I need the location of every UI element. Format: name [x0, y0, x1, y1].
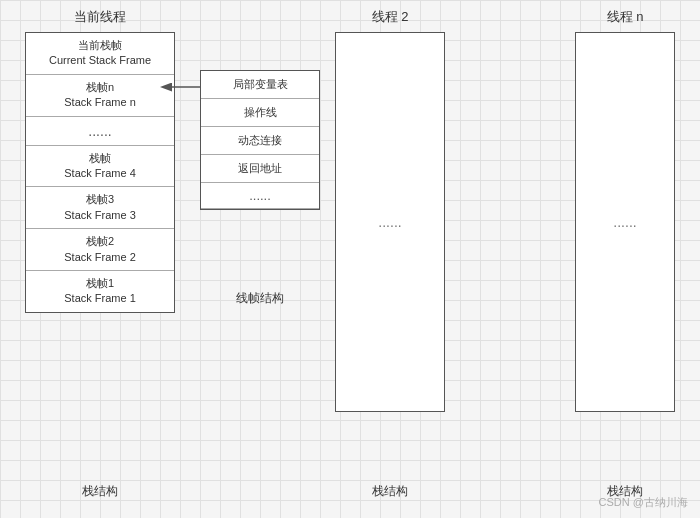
- frame-1-zh: 栈帧1: [34, 276, 166, 291]
- detail-operand: 操作线: [201, 99, 319, 127]
- frame-n: 栈帧n Stack Frame n: [26, 75, 174, 117]
- detail-dynamic-link: 动态连接: [201, 127, 319, 155]
- frame-n-zh: 栈帧n: [34, 80, 166, 95]
- thread-current-title: 当前线程: [74, 8, 126, 26]
- thread-n-dots: ......: [613, 214, 636, 230]
- thread-n-box: ......: [575, 32, 675, 412]
- thread-n-title: 线程 n: [607, 8, 644, 26]
- diagram: 当前线程 当前栈帧 Current Stack Frame 栈帧n Stack …: [0, 0, 700, 518]
- thread-2-box: ......: [335, 32, 445, 412]
- frame-current-en: Current Stack Frame: [34, 53, 166, 68]
- frame-n-en: Stack Frame n: [34, 95, 166, 110]
- thread-2-column: 线程 2 ......: [330, 0, 450, 412]
- bottom-label-2: 栈结构: [330, 483, 450, 500]
- thread-current-column: 当前线程 当前栈帧 Current Stack Frame 栈帧n Stack …: [20, 0, 180, 313]
- detail-local-vars: 局部变量表: [201, 71, 319, 99]
- frame-1: 栈帧1 Stack Frame 1: [26, 271, 174, 312]
- frame-4-zh: 栈帧: [34, 151, 166, 166]
- frame-detail-box: 局部变量表 操作线 动态连接 返回地址 ......: [200, 70, 320, 210]
- detail-return-addr: 返回地址: [201, 155, 319, 183]
- thread-2-dots: ......: [378, 214, 401, 230]
- frame-3: 栈帧3 Stack Frame 3: [26, 187, 174, 229]
- frame-2-en: Stack Frame 2: [34, 250, 166, 265]
- bottom-label-current: 栈结构: [20, 483, 180, 500]
- frame-4-en: Stack Frame 4: [34, 166, 166, 181]
- frame-2: 栈帧2 Stack Frame 2: [26, 229, 174, 271]
- watermark: CSDN @古纳川海: [599, 495, 688, 510]
- detail-dots: ......: [201, 183, 319, 209]
- frame-current: 当前栈帧 Current Stack Frame: [26, 33, 174, 75]
- current-stack-container: 当前栈帧 Current Stack Frame 栈帧n Stack Frame…: [25, 32, 175, 313]
- thread-n-column: 线程 n ......: [570, 0, 680, 412]
- frame-current-zh: 当前栈帧: [34, 38, 166, 53]
- frame-detail-label: 线帧结构: [200, 290, 320, 307]
- frame-2-zh: 栈帧2: [34, 234, 166, 249]
- frame-1-en: Stack Frame 1: [34, 291, 166, 306]
- dots-1: ......: [26, 117, 174, 146]
- frame-4: 栈帧 Stack Frame 4: [26, 146, 174, 188]
- thread-2-title: 线程 2: [372, 8, 409, 26]
- frame-3-zh: 栈帧3: [34, 192, 166, 207]
- frame-3-en: Stack Frame 3: [34, 208, 166, 223]
